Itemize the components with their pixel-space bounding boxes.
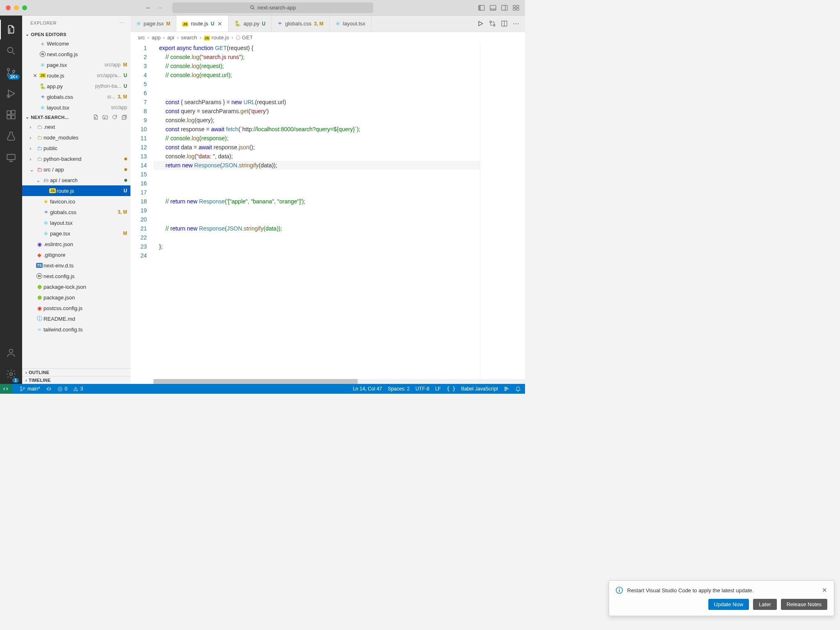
collapse-all-icon[interactable] — [121, 114, 127, 120]
status-cursor[interactable]: Ln 14, Col 47 — [353, 386, 382, 392]
folder-item[interactable]: ›🗀node_modules — [22, 132, 130, 143]
scm-badge: 1K+ — [8, 74, 20, 80]
svg-rect-8 — [513, 5, 516, 7]
project-header[interactable]: ⌄NEXT-SEARCH... — [22, 113, 130, 121]
editor-tab[interactable]: ⚛page.tsxM — [130, 16, 176, 32]
git-compare-icon[interactable] — [489, 20, 496, 27]
outline-header[interactable]: ›OUTLINE — [22, 368, 130, 376]
command-center[interactable]: next-search-app — [172, 2, 373, 13]
more-icon[interactable]: ⋯ — [513, 20, 519, 27]
svg-rect-39 — [504, 388, 509, 389]
status-sync[interactable] — [46, 386, 52, 392]
open-editor-item[interactable]: ✕JSroute.jssrc/app/a...U — [22, 70, 130, 81]
nav-arrows: ← → — [145, 4, 163, 11]
activity-run-debug[interactable] — [0, 84, 22, 103]
svg-point-14 — [7, 68, 9, 71]
activity-accounts[interactable] — [0, 343, 22, 363]
activity-source-control[interactable]: 1K+ — [0, 62, 22, 82]
activity-explorer[interactable] — [0, 20, 22, 39]
status-notifications[interactable] — [515, 386, 521, 392]
svg-point-24 — [10, 373, 13, 376]
toggle-panel-right-icon[interactable] — [501, 5, 508, 11]
settings-badge: 1 — [12, 378, 19, 383]
file-item[interactable]: TSnext-env.d.ts — [22, 260, 130, 271]
activity-remote-explorer[interactable] — [0, 148, 22, 167]
status-prettier[interactable] — [504, 386, 509, 392]
folder-item[interactable]: ⌄🗀src / app — [22, 164, 130, 175]
file-item[interactable]: ◉.eslintrc.json — [22, 239, 130, 249]
status-eol[interactable]: LF — [435, 386, 441, 392]
activity-testing[interactable] — [0, 126, 22, 146]
svg-rect-19 — [7, 115, 11, 119]
file-item[interactable]: ★favicon.ico — [22, 196, 130, 207]
activity-extensions[interactable] — [0, 105, 22, 125]
status-language[interactable]: { } Babel JavaScript — [447, 386, 498, 392]
status-spaces[interactable]: Spaces: 2 — [388, 386, 410, 392]
activity-settings[interactable]: 1 — [0, 364, 22, 384]
close-window[interactable] — [6, 5, 11, 10]
explorer-sidebar: EXPLORER ⋯ ⌄OPEN EDITORS ⟐WelcomeNnext.c… — [22, 16, 130, 384]
svg-rect-6 — [502, 5, 507, 10]
status-bar: main* 0 3 Ln 14, Col 47 Spaces: 2 UTF-8 … — [0, 384, 525, 394]
remote-indicator[interactable] — [0, 384, 12, 394]
open-editor-item[interactable]: 🐍app.pypython-ba...U — [22, 81, 130, 91]
file-item[interactable]: ⚛page.tsxM — [22, 228, 130, 239]
maximize-window[interactable] — [22, 5, 27, 10]
nav-forward[interactable]: → — [157, 4, 163, 11]
editor-tab[interactable]: ⚛layout.tsx — [330, 16, 372, 32]
sidebar-header: EXPLORER ⋯ — [22, 16, 130, 30]
file-item[interactable]: JSroute.jsU — [22, 185, 130, 196]
file-item[interactable]: ◉postcss.config.js — [22, 303, 130, 313]
folder-item[interactable]: ›🗀.next — [22, 121, 130, 132]
toggle-panel-left-icon[interactable] — [478, 5, 485, 11]
status-encoding[interactable]: UTF-8 — [415, 386, 429, 392]
open-editor-item[interactable]: Nnext.config.js — [22, 49, 130, 59]
breadcrumb[interactable]: src›app›api›search›JSroute.js›⬡GET — [130, 32, 525, 43]
minimize-window[interactable] — [14, 5, 19, 10]
new-folder-icon[interactable] — [102, 114, 108, 120]
editor-tab[interactable]: 🐍app.pyU — [228, 16, 272, 32]
svg-point-27 — [493, 25, 495, 26]
svg-rect-40 — [504, 390, 507, 391]
svg-point-33 — [21, 387, 22, 388]
open-editors-list: ⟐WelcomeNnext.config.js⚛page.tsxsrc/appM… — [22, 38, 130, 113]
toggle-panel-bottom-icon[interactable] — [490, 5, 496, 11]
file-item[interactable]: ⬢package-lock.json — [22, 281, 130, 292]
activity-search[interactable] — [0, 41, 22, 61]
svg-rect-3 — [479, 5, 481, 10]
horizontal-scrollbar[interactable] — [153, 379, 525, 384]
sidebar-more-icon[interactable]: ⋯ — [119, 21, 124, 26]
editor-tab[interactable]: JSroute.jsU✕ — [176, 16, 228, 32]
open-editor-item[interactable]: ⟐Welcome — [22, 38, 130, 49]
svg-point-23 — [9, 349, 13, 353]
minimap[interactable] — [480, 43, 525, 384]
run-icon[interactable] — [477, 20, 484, 27]
new-file-icon[interactable] — [93, 114, 99, 120]
nav-back[interactable]: ← — [145, 4, 152, 11]
file-item[interactable]: ⫩globals.css3, M — [22, 207, 130, 217]
code-editor[interactable]: export async function GET(request) { // … — [153, 43, 480, 384]
timeline-header[interactable]: ›TIMELINE — [22, 376, 130, 384]
file-item[interactable]: Nnext.config.js — [22, 271, 130, 281]
status-branch[interactable]: main* — [20, 386, 40, 392]
file-item[interactable]: ⓘREADME.md — [22, 313, 130, 324]
open-editor-item[interactable]: ⚛layout.tsxsrc/app — [22, 102, 130, 113]
editor-tab[interactable]: ⫩globals.css3, M — [272, 16, 330, 32]
svg-line-13 — [12, 52, 14, 54]
customize-layout-icon[interactable] — [513, 5, 519, 11]
split-editor-icon[interactable] — [501, 20, 508, 27]
refresh-icon[interactable] — [112, 114, 118, 120]
open-editor-item[interactable]: ⫩globals.csssr...3, M — [22, 91, 130, 102]
open-editors-header[interactable]: ⌄OPEN EDITORS — [22, 30, 130, 38]
folder-item[interactable]: ⌄🗁api / search — [22, 175, 130, 185]
status-problems[interactable]: 0 3 — [57, 386, 83, 392]
search-text: next-search-app — [258, 5, 296, 11]
folder-item[interactable]: ›🗀public — [22, 143, 130, 153]
file-item[interactable]: ⚛layout.tsx — [22, 217, 130, 228]
folder-item[interactable]: ›🗀python-backend — [22, 153, 130, 164]
file-item[interactable]: ≈tailwind.config.ts — [22, 324, 130, 335]
file-item[interactable]: ⬢package.json — [22, 292, 130, 303]
svg-rect-18 — [7, 111, 11, 114]
file-item[interactable]: ◆.gitignore — [22, 249, 130, 260]
open-editor-item[interactable]: ⚛page.tsxsrc/appM — [22, 59, 130, 70]
